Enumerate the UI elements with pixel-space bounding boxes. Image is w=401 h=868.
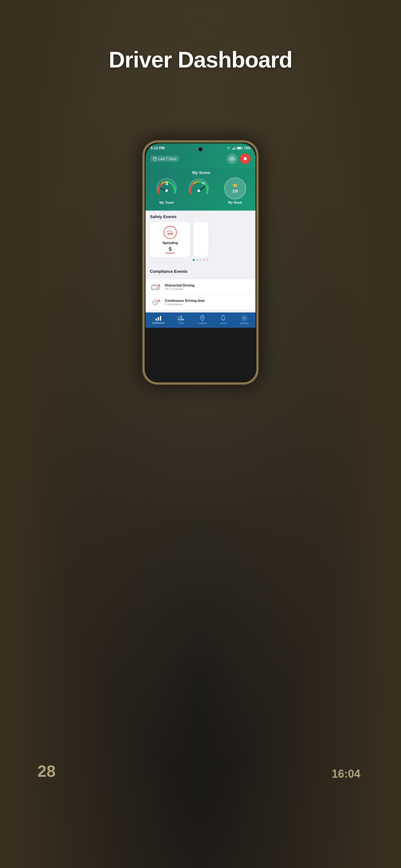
- safety-events-section: Safety Events: [145, 211, 256, 265]
- dot-1: [193, 259, 195, 261]
- compliance-item-1[interactable]: ! Distracted Driving 0% | 2 minutes: [145, 279, 256, 294]
- compliance-events-section: Compliance Events: [145, 265, 256, 279]
- bottom-nav: Dashboard: [145, 312, 256, 328]
- my-rank-value: 1/5: [232, 189, 238, 193]
- svg-rect-37: [160, 316, 161, 320]
- compliance-text-2: Continuous Driving time 2 occurrences: [165, 299, 251, 306]
- my-rank-circle: 🏆 1/5: [224, 178, 246, 199]
- svg-point-23: [172, 234, 173, 235]
- dot-2: [196, 259, 198, 261]
- date-filter-label: Last 7 Days: [158, 157, 176, 161]
- dots-indicator: [150, 257, 251, 263]
- nav-settings-label: Settings: [240, 322, 249, 324]
- my-rank-stat: 🏆 1/5 My Rank: [224, 178, 246, 204]
- nav-location[interactable]: Location: [198, 315, 207, 324]
- date-filter[interactable]: Last 7 Days: [151, 156, 179, 162]
- my-team-gauge: 4: [155, 176, 178, 199]
- svg-point-40: [183, 319, 183, 320]
- wifi-icon: [226, 147, 231, 150]
- my-score-stat: My Score: [187, 170, 215, 204]
- compliance-list: ! Distracted Driving 0% | 2 minutes: [145, 279, 256, 310]
- trophy-icon: 🏆: [232, 184, 238, 189]
- calendar-icon: [153, 157, 157, 161]
- svg-point-22: [170, 234, 171, 235]
- my-rank-label: My Rank: [228, 200, 242, 204]
- speeding-value: 5: [166, 247, 175, 253]
- compliance-name-2: Continuous Driving time: [165, 299, 251, 303]
- compliance-text-1: Distracted Driving 0% | 2 minutes: [165, 283, 251, 290]
- svg-point-25: [152, 289, 154, 290]
- record-icon: [243, 157, 247, 161]
- svg-text:!: !: [159, 300, 159, 302]
- camera-button[interactable]: [227, 153, 237, 164]
- nav-trips[interactable]: Trips: [178, 315, 185, 324]
- svg-rect-6: [237, 148, 241, 149]
- svg-rect-1: [233, 148, 234, 150]
- svg-point-39: [180, 319, 182, 320]
- svg-rect-14: [231, 158, 233, 159]
- svg-rect-36: [158, 317, 159, 320]
- my-team-label: My Team: [160, 200, 174, 204]
- page-title: Driver Dashboard: [0, 47, 401, 72]
- svg-rect-2: [234, 148, 235, 150]
- nav-location-label: Location: [198, 322, 207, 324]
- nav-settings[interactable]: Settings: [240, 315, 249, 324]
- nav-alerts[interactable]: Alerts: [220, 315, 226, 324]
- nav-alerts-label: Alerts: [220, 322, 226, 324]
- svg-rect-5: [242, 148, 243, 149]
- gear-icon: [241, 315, 247, 321]
- svg-rect-3: [235, 147, 236, 150]
- car-icon: [229, 157, 235, 161]
- phone-screen: 5:13 PM: [145, 144, 256, 381]
- svg-point-27: [158, 289, 160, 290]
- svg-point-15: [244, 157, 247, 160]
- status-time: 5:13 PM: [151, 146, 165, 150]
- svg-point-19: [198, 190, 200, 192]
- compliance-detail-1: 0% | 2 minutes: [165, 287, 251, 290]
- nav-trips-label: Trips: [178, 321, 183, 324]
- svg-point-26: [155, 289, 157, 290]
- svg-point-38: [178, 319, 179, 320]
- bg-number-right: 16:04: [332, 767, 360, 780]
- compliance-name-1: Distracted Driving: [165, 283, 251, 287]
- camera-notch: [198, 147, 203, 152]
- svg-point-43: [201, 316, 203, 318]
- phone-frame: 5:13 PM: [143, 141, 258, 384]
- svg-line-32: [155, 303, 157, 303]
- battery-icon: [237, 147, 243, 150]
- chart-bar-icon: [155, 315, 162, 321]
- background-overlay: [0, 0, 401, 868]
- continuous-driving-icon: !: [150, 298, 162, 307]
- signal-icon: [232, 147, 236, 150]
- svg-point-21: [168, 234, 169, 235]
- stats-section: 4 My Team My Score: [145, 168, 256, 211]
- header-buttons: [227, 153, 250, 164]
- truck-map-icon: [178, 315, 185, 321]
- dot-4: [203, 259, 205, 261]
- safety-events-title: Safety Events: [150, 214, 251, 219]
- svg-point-46: [243, 317, 245, 319]
- my-team-stat: 4 My Team: [155, 176, 178, 204]
- phone-inner: 5:13 PM: [145, 144, 256, 381]
- distracted-driving-icon: !: [150, 282, 162, 291]
- location-pin-icon: [200, 315, 205, 321]
- svg-rect-35: [156, 318, 157, 320]
- dot-5: [206, 259, 208, 261]
- svg-rect-7: [153, 157, 157, 160]
- my-team-value: 4: [155, 178, 178, 199]
- bg-number-left: 28: [37, 762, 56, 780]
- svg-text:10: 10: [202, 182, 205, 185]
- my-score-label: My Score: [192, 170, 210, 175]
- svg-text:!: !: [159, 284, 159, 286]
- speeding-name: Speeding: [162, 241, 178, 245]
- status-icons: 70%: [226, 147, 250, 150]
- battery-percent: 70%: [244, 147, 250, 150]
- bell-icon: [221, 315, 226, 321]
- speeding-card[interactable]: Speeding 5: [150, 222, 191, 257]
- record-button[interactable]: [240, 153, 250, 164]
- nav-dashboard[interactable]: Dashboard: [152, 315, 164, 324]
- partial-card: [193, 222, 209, 257]
- compliance-detail-2: 2 occurrences: [165, 303, 251, 306]
- compliance-item-2[interactable]: ! Continuous Driving time 2 occurrences: [145, 294, 256, 310]
- safety-cards-list: Speeding 5: [150, 222, 251, 257]
